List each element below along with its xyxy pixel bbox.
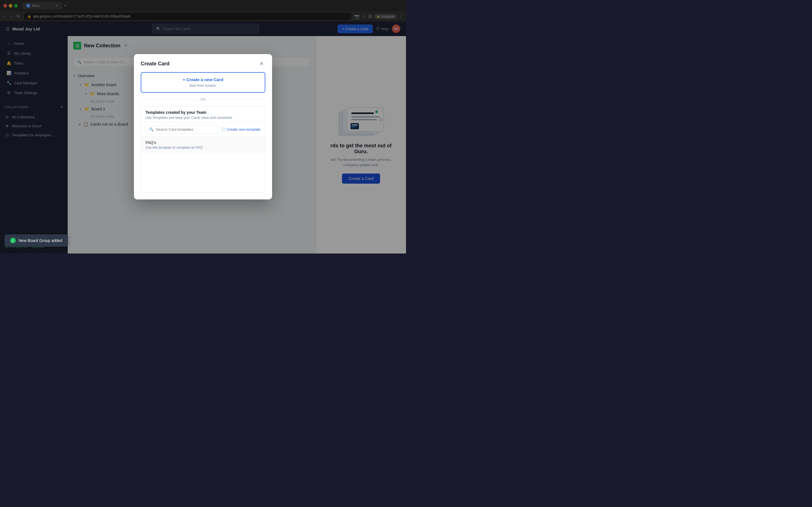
search-icon: 🔍 (149, 127, 154, 131)
create-new-card-label: + Create a new Card (183, 77, 223, 82)
templates-header: Templates created by your Team Use Templ… (141, 106, 265, 122)
toast-message: New Board Group added (18, 238, 62, 243)
templates-search-row: 🔍 📄 Create new template (141, 122, 265, 136)
templates-subtitle: Use Templates and keep your Cards clean … (146, 116, 260, 120)
modal-close-button[interactable]: ✕ (257, 60, 265, 68)
template-icon: 📄 (221, 127, 225, 131)
template-desc: Use this template to complete an FAQ (146, 146, 260, 150)
modal-header: Create Card ✕ (134, 54, 272, 72)
create-template-link[interactable]: 📄 Create new template (221, 127, 260, 131)
toast-notification: ✓ New Board Group added (4, 234, 68, 247)
modal-title: Create Card (141, 61, 169, 67)
app-container: ☰ Mood Joy Ltd 🔍 Search for Cards + Crea… (0, 21, 406, 253)
create-card-modal: Create Card ✕ + Create a new Card Start … (134, 54, 272, 200)
or-label: OR (200, 97, 206, 101)
create-new-card-button[interactable]: + Create a new Card Start from scratch. (141, 72, 265, 93)
templates-title: Templates created by your Team (146, 110, 260, 115)
templates-search-input[interactable] (156, 127, 214, 131)
templates-search-field[interactable]: 🔍 (146, 125, 218, 134)
modal-overlay[interactable]: Create Card ✕ + Create a new Card Start … (0, 0, 406, 253)
create-new-card-subtitle: Start from scratch. (189, 83, 217, 88)
template-name: FAQ's (146, 140, 260, 145)
create-template-label: Create new template (227, 127, 260, 131)
templates-empty-area (141, 153, 265, 192)
toast-check-icon: ✓ (10, 238, 16, 243)
or-divider: OR (141, 97, 265, 101)
template-item-faqs[interactable]: FAQ's Use this template to complete an F… (141, 136, 265, 153)
modal-body: + Create a new Card Start from scratch. … (134, 72, 272, 200)
templates-section: Templates created by your Team Use Templ… (141, 106, 265, 193)
